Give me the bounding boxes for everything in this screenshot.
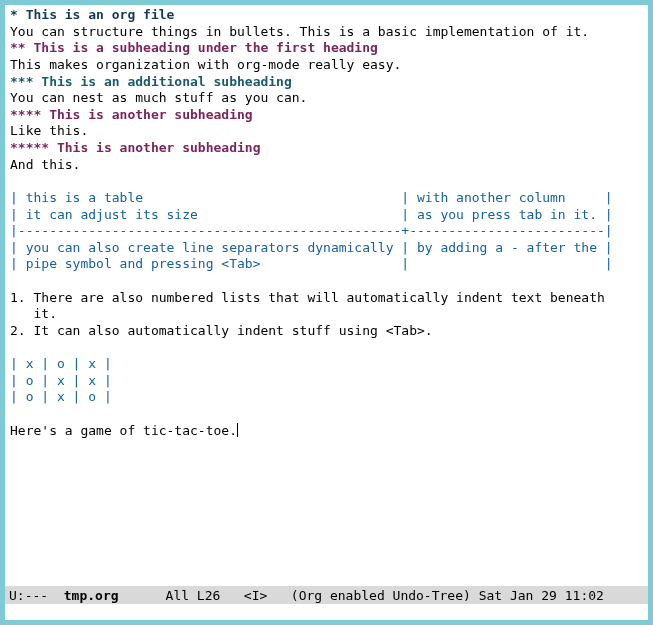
heading-3: *** This is an additional subheading [10, 74, 292, 89]
modeline-filename: tmp.org [48, 588, 118, 603]
mode-line[interactable]: U:--- tmp.org All L26 <I> (Org enabled U… [5, 586, 648, 604]
table2-row2: | o | x | x | [10, 373, 112, 388]
table2-row3: | o | x | o | [10, 389, 112, 404]
buffer-area[interactable]: * This is an org file You can structure … [5, 5, 648, 586]
list-item-1a: 1. There are also numbered lists that wi… [10, 290, 605, 305]
heading-5: ***** This is another subheading [10, 140, 260, 155]
heading-1-body: You can structure things in bullets. Thi… [10, 24, 589, 39]
table1-row4: | you can also create line separators dy… [10, 240, 613, 255]
table1-sep: |---------------------------------------… [10, 223, 613, 238]
heading-4-body: Like this. [10, 123, 88, 138]
heading-5-body: And this. [10, 157, 80, 172]
list-item-2: 2. It can also automatically indent stuf… [10, 323, 433, 338]
footer-text: Here's a game of tic-tac-toe. [10, 423, 237, 438]
modeline-position: All L26 [166, 588, 221, 603]
minibuffer[interactable] [5, 604, 648, 620]
table1-row2: | it can adjust its size | as you press … [10, 207, 613, 222]
emacs-frame: * This is an org file You can structure … [0, 0, 653, 625]
table1-row5: | pipe symbol and pressing <Tab> | | [10, 256, 613, 271]
modeline-spacer [119, 588, 166, 603]
heading-2-body: This makes organization with org-mode re… [10, 57, 401, 72]
heading-3-body: You can nest as much stuff as you can. [10, 90, 307, 105]
modeline-clock: Sat Jan 29 11:02 [471, 588, 604, 603]
modeline-input-method: <I> [220, 588, 267, 603]
table1-row1: | this is a table | with another column … [10, 190, 613, 205]
heading-4: **** This is another subheading [10, 107, 253, 122]
table2-row1: | x | o | x | [10, 356, 112, 371]
list-item-1b: it. [10, 306, 57, 321]
heading-1: * This is an org file [10, 7, 174, 22]
modeline-major-modes: (Org enabled Undo-Tree) [267, 588, 471, 603]
modeline-modified: U:--- [9, 588, 48, 603]
text-cursor [237, 423, 238, 437]
heading-2: ** This is a subheading under the first … [10, 40, 378, 55]
